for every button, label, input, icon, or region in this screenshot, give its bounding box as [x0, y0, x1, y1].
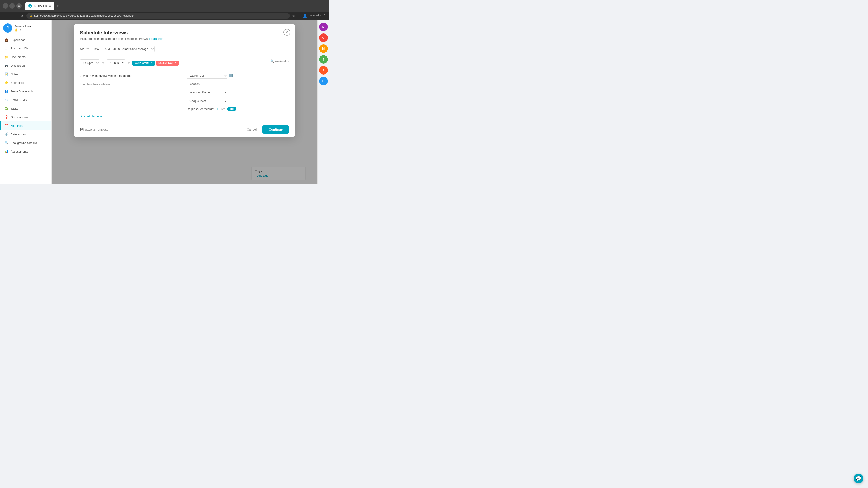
url-text: app.breezy.hr/app/c/moodjoy/p/59357218dc… [34, 14, 134, 18]
organizer-info-icon[interactable]: ℹ️ [229, 74, 233, 77]
email-sms-icon: ✉️ [4, 98, 8, 102]
interviewer-tag-lauren: Lauren Deli ✕ [156, 61, 179, 66]
right-avatar-b[interactable]: B [319, 77, 328, 86]
right-panel: N C M J J B [317, 20, 329, 184]
refresh-icon[interactable]: ↻ [19, 13, 24, 19]
tab-bar: B Breezy HR ✕ + [25, 2, 60, 10]
browser-actions: ☆ ⊞ 👤 Incognito ⋮ [292, 14, 327, 18]
sidebar-item-email-sms[interactable]: ✉️ Email / SMS [0, 96, 51, 104]
search-icon: 🔍 [270, 59, 274, 63]
sidebar-item-notes[interactable]: 📝 Notes [0, 70, 51, 78]
sidebar-label-documents: Documents [11, 55, 26, 59]
candidate-icons: 🔔 ★ [14, 29, 31, 32]
save-icon: 💾 [80, 128, 84, 131]
address-bar[interactable]: 🔒 app.breezy.hr/app/c/moodjoy/p/59357218… [26, 13, 290, 19]
sidebar-item-meetings[interactable]: 📅 Meetings [0, 121, 51, 130]
organizer-row: Lauren Deli ℹ️ [187, 73, 289, 78]
app-layout: J Joven Paw 🔔 ★ 💼 Experience 📄 Resume / … [0, 20, 329, 184]
back-nav-icon[interactable]: ← [3, 13, 8, 18]
profile-icon[interactable]: 👤 [303, 14, 307, 18]
reload-button[interactable]: ↻ [16, 3, 22, 8]
add-interview-button[interactable]: ＋ + Add Interview [80, 114, 289, 119]
sidebar-item-questionnaires[interactable]: ❓ Questionnaires [0, 113, 51, 121]
tab-favicon: B [29, 4, 32, 8]
lauren-deli-remove[interactable]: ✕ [174, 61, 176, 64]
menu-icon[interactable]: ⋮ [323, 14, 327, 18]
new-tab-button[interactable]: + [55, 4, 60, 8]
incognito-label: Incognito [309, 14, 320, 18]
active-tab[interactable]: B Breezy HR ✕ [25, 2, 54, 10]
lauren-deli-label: Lauren Deli [158, 61, 173, 65]
john-smith-label: John Smith [135, 61, 149, 65]
sidebar-label-team-scorecards: Team Scorecards [11, 90, 33, 93]
tab-title: Breezy HR [34, 4, 47, 7]
footer-actions: Cancel Continue [243, 125, 289, 133]
save-template-button[interactable]: 💾 Save as Template [80, 128, 108, 131]
tab-close-icon[interactable]: ✕ [49, 4, 51, 7]
sidebar-label-assessments: Assessments [11, 150, 28, 153]
sidebar-label-experience: Experience [11, 38, 25, 41]
john-smith-remove[interactable]: ✕ [151, 61, 153, 64]
availability-label: Availability [275, 59, 289, 63]
forward-button[interactable]: → [9, 3, 15, 8]
organizer-select[interactable]: Lauren Deli [187, 73, 227, 78]
sidebar-item-scorecard[interactable]: ⭐ Scorecard [0, 78, 51, 87]
sidebar-label-discussion: Discussion [11, 64, 25, 67]
extensions-icon[interactable]: ⊞ [298, 14, 301, 18]
continue-button[interactable]: Continue [262, 125, 289, 133]
interview-left: 2:15pm ▼ 15 min ▼ John Smith ✕ [80, 59, 179, 66]
modal-close-button[interactable]: × [283, 29, 290, 36]
plus-icon: ＋ [80, 114, 83, 119]
forward-nav-icon[interactable]: → [11, 13, 17, 18]
interview-right-details: Lauren Deli ℹ️ Intervie [187, 73, 289, 111]
window-controls: ← → ↻ [3, 3, 22, 8]
sidebar-label-scorecard: Scorecard [11, 81, 24, 85]
scorecard-info-icon[interactable]: ℹ [217, 107, 218, 110]
duration-select[interactable]: 15 min [107, 59, 125, 66]
sidebar-label-tasks: Tasks [11, 107, 18, 110]
right-avatar-c[interactable]: C [319, 33, 328, 42]
interview-guide-row: Interview Guide [187, 90, 289, 95]
discussion-icon: 💬 [4, 64, 8, 67]
sidebar-item-references[interactable]: 🔗 References [0, 130, 51, 138]
interview-left-details: Joven Paw Interview Meeting (Manager) in… [80, 73, 182, 111]
sidebar-item-assessments[interactable]: 📊 Assessments [0, 147, 51, 156]
meeting-title: Joven Paw Interview Meeting (Manager) [80, 73, 182, 80]
cancel-button[interactable]: Cancel [243, 126, 260, 133]
sidebar-item-experience[interactable]: 💼 Experience [0, 35, 51, 44]
sidebar-item-documents[interactable]: 📁 Documents [0, 53, 51, 61]
right-avatar-j2[interactable]: J [319, 66, 328, 74]
learn-more-link[interactable]: Learn More [149, 37, 164, 40]
lock-icon: 🔒 [30, 14, 33, 18]
availability-link[interactable]: 🔍 Availability [270, 59, 289, 63]
video-platform-select[interactable]: Google Meet [187, 98, 227, 104]
request-scorecards-label: Request Scorecards? [187, 107, 215, 111]
questionnaires-icon: ❓ [4, 115, 8, 119]
back-button[interactable]: ← [3, 3, 8, 8]
right-avatar-j1[interactable]: J [319, 55, 328, 64]
schedule-interviews-modal: Schedule Interviews Plan, organize and s… [74, 24, 295, 137]
tasks-icon: ✅ [4, 107, 8, 110]
candidate-name: Joven Paw [14, 24, 31, 28]
sidebar-item-team-scorecards[interactable]: 👥 Team Scorecards [0, 87, 51, 96]
scorecard-no-toggle[interactable]: No [227, 107, 236, 111]
bookmark-icon[interactable]: ☆ [292, 14, 295, 18]
experience-icon: 💼 [4, 38, 8, 41]
star-icon: ★ [19, 29, 22, 32]
sidebar-item-tasks[interactable]: ✅ Tasks [0, 104, 51, 113]
timezone-select[interactable]: GMT-08:00 - America/Anchorage [102, 46, 155, 52]
save-template-label: Save as Template [85, 128, 108, 131]
location-input[interactable] [187, 81, 237, 87]
video-platform-row: Google Meet [187, 98, 289, 104]
right-avatar-n[interactable]: N [319, 23, 328, 31]
background-checks-icon: 🔍 [4, 141, 8, 144]
sidebar-item-background-checks[interactable]: 🔍 Background Checks [0, 138, 51, 147]
time-select[interactable]: 2:15pm [80, 59, 99, 66]
sidebar-item-resume[interactable]: 📄 Resume / CV [0, 44, 51, 53]
right-avatar-m[interactable]: M [319, 44, 328, 53]
interview-guide-select[interactable]: Interview Guide [187, 90, 227, 95]
assessments-icon: 📊 [4, 150, 8, 153]
sidebar-item-discussion[interactable]: 💬 Discussion [0, 61, 51, 70]
modal-title: Schedule Interviews [80, 30, 289, 36]
interviewer-tags: John Smith ✕ Lauren Deli ✕ [132, 61, 179, 66]
